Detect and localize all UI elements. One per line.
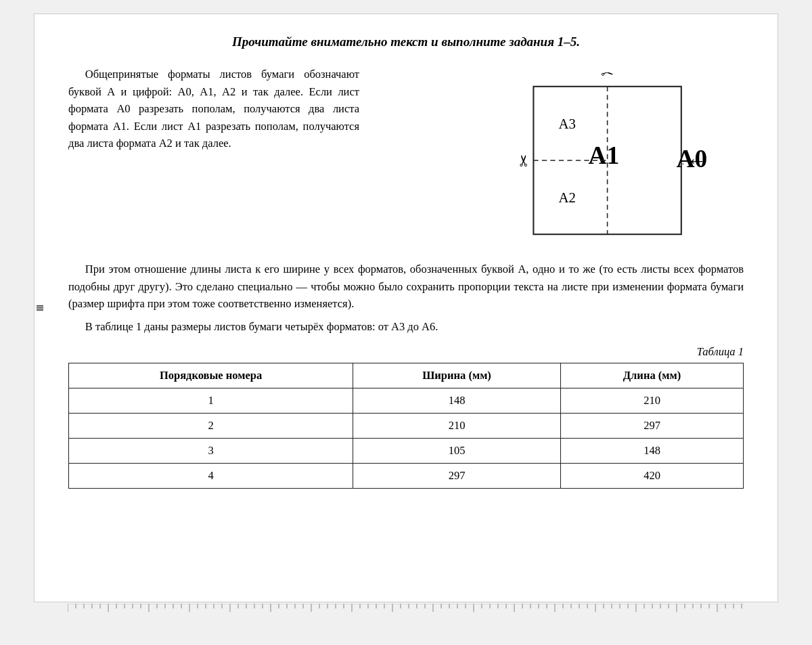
cell-row3-num: 3 <box>69 438 353 463</box>
cell-row1-width: 148 <box>353 388 561 413</box>
paper-format-diagram: A1 A0 ← А3 А2 ✂ <box>399 72 724 248</box>
a1-label: A1 <box>589 141 620 169</box>
table-row: 1 148 210 <box>69 388 744 413</box>
bottom-ruler-svg <box>68 604 744 616</box>
paragraph-2-full: При этом отношение длины листа к его шир… <box>68 261 744 313</box>
content-area: Общепринятые форматы листов бумаги обозн… <box>68 66 744 248</box>
svg-text:✂: ✂ <box>601 72 614 81</box>
page-title: Прочитайте внимательно текст и выполните… <box>68 35 744 49</box>
svg-text:←: ← <box>687 150 706 171</box>
paragraph-3: В таблице 1 даны размеры листов бумаги ч… <box>68 318 744 336</box>
paragraph-1: Общепринятые форматы листов бумаги обозн… <box>68 66 359 152</box>
a2-label: А2 <box>559 190 576 205</box>
data-table: Порядковые номера Ширина (мм) Длина (мм)… <box>68 363 744 489</box>
svg-text:✂: ✂ <box>516 154 533 167</box>
cell-row4-length: 420 <box>561 463 744 488</box>
cell-row4-num: 4 <box>69 463 353 488</box>
left-text-block: Общепринятые форматы листов бумаги обозн… <box>68 66 359 248</box>
side-indicator <box>35 305 45 311</box>
ruler-bottom <box>35 590 777 602</box>
page: Прочитайте внимательно текст и выполните… <box>34 14 778 602</box>
cell-row3-width: 105 <box>353 438 561 463</box>
diagram-area: A1 A0 ← А3 А2 ✂ <box>380 66 744 248</box>
cell-row2-num: 2 <box>69 413 353 438</box>
table-header-row: Порядковые номера Ширина (мм) Длина (мм) <box>69 363 744 388</box>
table-row: 3 105 148 <box>69 438 744 463</box>
a3-label: А3 <box>559 116 576 131</box>
cell-row2-width: 210 <box>353 413 561 438</box>
scissors-top-icon: ✂ <box>601 72 614 81</box>
table-row: 4 297 420 <box>69 463 744 488</box>
scissors-left-icon: ✂ <box>516 154 533 167</box>
col-header-width: Ширина (мм) <box>353 363 561 388</box>
col-header-number: Порядковые номера <box>69 363 353 388</box>
cell-row1-num: 1 <box>69 388 353 413</box>
cell-row1-length: 210 <box>561 388 744 413</box>
cell-row3-length: 148 <box>561 438 744 463</box>
table-caption: Таблица 1 <box>68 345 744 359</box>
col-header-length: Длина (мм) <box>561 363 744 388</box>
table-row: 2 210 297 <box>69 413 744 438</box>
cell-row2-length: 297 <box>561 413 744 438</box>
full-text-block: При этом отношение длины листа к его шир… <box>68 261 744 336</box>
cell-row4-width: 297 <box>353 463 561 488</box>
